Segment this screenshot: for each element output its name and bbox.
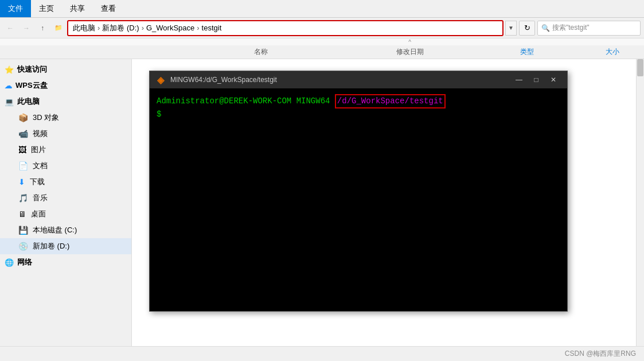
sidebar-label-local-disk-c: 本地磁盘 (C:) bbox=[33, 225, 77, 235]
sidebar-item-network[interactable]: 🌐 网络 bbox=[0, 254, 131, 270]
desktop-icon: 🖥 bbox=[18, 209, 26, 219]
menu-home[interactable]: 主页 bbox=[31, 0, 62, 17]
column-type-header[interactable]: 类型 bbox=[474, 47, 575, 57]
sidebar-label-this-pc: 此电脑 bbox=[17, 96, 40, 107]
music-icon: 🎵 bbox=[18, 193, 28, 203]
column-size-header[interactable]: 大小 bbox=[575, 47, 644, 57]
sidebar-item-pictures[interactable]: 🖼 图片 bbox=[0, 142, 131, 158]
terminal-window[interactable]: ◈ MINGW64:/d/G_WorkSpace/testgit — □ ✕ A… bbox=[149, 71, 568, 312]
star-icon: ⭐ bbox=[5, 65, 14, 74]
breadcrumb-drive: 新加卷 (D:) bbox=[102, 23, 139, 33]
sidebar-item-wps[interactable]: ☁ WPS云盘 bbox=[0, 77, 131, 94]
file-area: ◈ MINGW64:/d/G_WorkSpace/testgit — □ ✕ A… bbox=[132, 59, 644, 354]
menu-view[interactable]: 查看 bbox=[93, 0, 124, 17]
terminal-maximize-button[interactable]: □ bbox=[528, 73, 544, 86]
new-volume-d-icon: 💿 bbox=[18, 242, 28, 251]
sidebar-item-downloads[interactable]: ⬇ 下载 bbox=[0, 174, 131, 190]
sidebar-item-new-volume-d[interactable]: 💿 新加卷 (D:) bbox=[0, 238, 131, 254]
terminal-line-1: Administrator@DEREK-WORK-COM MINGW64 /d/… bbox=[157, 94, 560, 108]
sidebar-label-network: 网络 bbox=[17, 257, 32, 267]
nav-recent-button[interactable]: 📁 bbox=[52, 21, 65, 35]
sidebar-item-video[interactable]: 📹 视频 bbox=[0, 126, 131, 142]
breadcrumb-workspace: G_WorkSpace bbox=[146, 24, 194, 32]
search-placeholder: 搜索"testgit" bbox=[552, 23, 590, 33]
video-icon: 📹 bbox=[18, 129, 28, 138]
terminal-body[interactable]: Administrator@DEREK-WORK-COM MINGW64 /d/… bbox=[150, 88, 567, 311]
menu-bar: 文件 主页 共享 查看 bbox=[0, 0, 644, 17]
sidebar-label-music: 音乐 bbox=[33, 193, 48, 203]
main-area: ⭐ 快速访问 ☁ WPS云盘 💻 此电脑 📦 3D 对象 📹 视频 🖼 图片 📄… bbox=[0, 59, 644, 354]
column-name-header[interactable]: 名称 bbox=[175, 47, 341, 57]
terminal-title-bar: ◈ MINGW64:/d/G_WorkSpace/testgit — □ ✕ bbox=[150, 71, 567, 88]
sidebar-label-downloads: 下载 bbox=[30, 177, 45, 187]
terminal-path: /d/G_WorkSpace/testgit bbox=[335, 94, 446, 108]
3d-icon: 📦 bbox=[18, 113, 28, 122]
terminal-minimize-button[interactable]: — bbox=[511, 73, 527, 86]
search-icon: 🔍 bbox=[541, 24, 550, 32]
sidebar-item-3d[interactable]: 📦 3D 对象 bbox=[0, 110, 131, 126]
sidebar-item-quick-access[interactable]: ⭐ 快速访问 bbox=[0, 61, 131, 77]
address-box[interactable]: 此电脑 › 新加卷 (D:) › G_WorkSpace › testgit bbox=[68, 21, 503, 36]
address-dropdown-button[interactable]: ▼ bbox=[505, 21, 517, 36]
terminal-close-button[interactable]: ✕ bbox=[545, 73, 561, 86]
watermark-text: CSDN @梅西库里RNG bbox=[565, 349, 636, 359]
network-icon: 🌐 bbox=[5, 258, 14, 267]
sidebar-item-music[interactable]: 🎵 音乐 bbox=[0, 190, 131, 206]
sidebar-label-pictures: 图片 bbox=[31, 145, 46, 155]
terminal-controls: — □ ✕ bbox=[511, 73, 561, 86]
terminal-line-2: $ bbox=[157, 108, 560, 121]
cloud-icon: ☁ bbox=[5, 81, 12, 90]
pc-icon: 💻 bbox=[5, 98, 14, 106]
sidebar-label-documents: 文档 bbox=[33, 161, 48, 171]
menu-share[interactable]: 共享 bbox=[62, 0, 93, 17]
sidebar-item-documents[interactable]: 📄 文档 bbox=[0, 158, 131, 174]
sidebar-item-desktop[interactable]: 🖥 桌面 bbox=[0, 206, 131, 222]
ribbon: 文件 主页 共享 查看 bbox=[0, 0, 644, 18]
terminal-user-host: Administrator@DEREK-WORK-COM MINGW64 bbox=[157, 95, 330, 107]
scrollbar-thumb[interactable] bbox=[637, 59, 643, 76]
column-date-header[interactable]: 修改日期 bbox=[341, 47, 474, 57]
terminal-logo: ◈ bbox=[155, 75, 166, 85]
sidebar-label-desktop: 桌面 bbox=[31, 209, 46, 219]
bottom-bar: CSDN @梅西库里RNG bbox=[0, 346, 644, 361]
ribbon-expand-row[interactable]: ^ bbox=[0, 38, 644, 45]
sidebar-item-local-disk-c[interactable]: 💾 本地磁盘 (C:) bbox=[0, 222, 131, 238]
search-box[interactable]: 🔍 搜索"testgit" bbox=[537, 21, 641, 36]
scrollbar-track[interactable] bbox=[636, 59, 644, 354]
downloads-icon: ⬇ bbox=[18, 177, 25, 187]
column-header-row: 名称 修改日期 类型 大小 bbox=[0, 45, 644, 59]
terminal-cursor-prompt: $ bbox=[157, 108, 161, 121]
mingw-logo-icon: ◈ bbox=[157, 75, 164, 86]
breadcrumb-testgit: testgit bbox=[202, 24, 222, 32]
menu-file[interactable]: 文件 bbox=[0, 0, 31, 17]
refresh-button[interactable]: ↻ bbox=[519, 21, 535, 36]
address-bar-row: ← → ↑ 📁 此电脑 › 新加卷 (D:) › G_WorkSpace › t… bbox=[0, 18, 644, 38]
nav-back-button[interactable]: ← bbox=[3, 21, 17, 35]
documents-icon: 📄 bbox=[18, 161, 28, 170]
pictures-icon: 🖼 bbox=[18, 145, 26, 154]
terminal-title-text: MINGW64:/d/G_WorkSpace/testgit bbox=[170, 76, 506, 84]
sidebar-label-video: 视频 bbox=[33, 129, 48, 139]
sidebar-label-wps: WPS云盘 bbox=[15, 80, 48, 91]
nav-forward-button[interactable]: → bbox=[19, 21, 33, 35]
local-disk-c-icon: 💾 bbox=[18, 226, 28, 235]
sidebar: ⭐ 快速访问 ☁ WPS云盘 💻 此电脑 📦 3D 对象 📹 视频 🖼 图片 📄… bbox=[0, 59, 132, 354]
sidebar-label-new-volume-d: 新加卷 (D:) bbox=[33, 241, 69, 251]
nav-up-button[interactable]: ↑ bbox=[36, 21, 49, 35]
breadcrumb-pc: 此电脑 bbox=[73, 23, 95, 33]
sidebar-label-quick-access: 快速访问 bbox=[17, 64, 47, 75]
sidebar-item-this-pc[interactable]: 💻 此电脑 bbox=[0, 94, 131, 110]
sidebar-label-3d: 3D 对象 bbox=[33, 112, 59, 123]
